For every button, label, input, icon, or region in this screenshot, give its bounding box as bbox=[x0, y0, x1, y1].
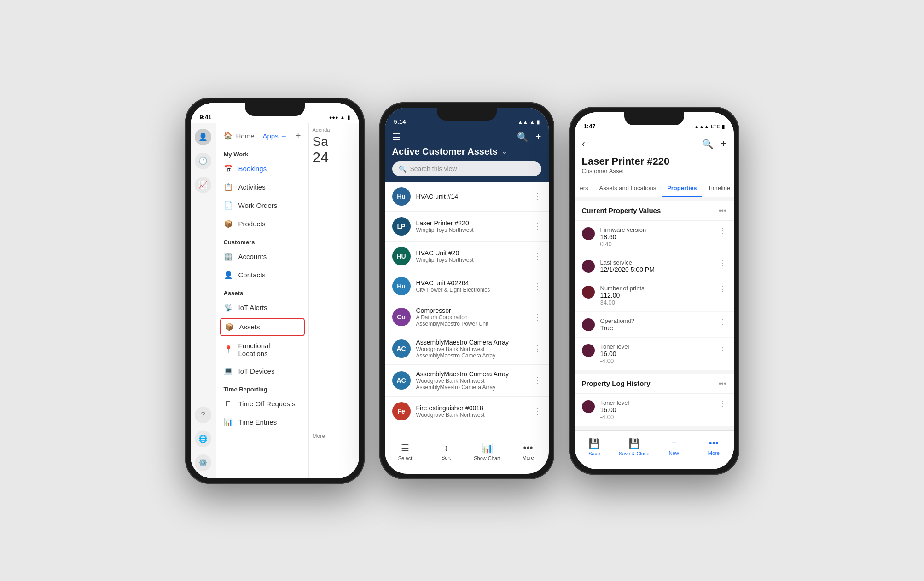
asset-more-0[interactable]: ⋮ bbox=[533, 191, 541, 201]
asset-item-3[interactable]: Hu HVAC unit #02264 City Power & Light E… bbox=[385, 271, 549, 301]
save-close-button[interactable]: 💾 Save & Close bbox=[614, 434, 654, 460]
asset-sub-2: Wingtip Toys Northwest bbox=[416, 257, 528, 263]
property-log-more[interactable]: ••• bbox=[719, 380, 726, 388]
nav-functional-locations[interactable]: 📍 Functional Locations bbox=[216, 337, 308, 362]
nav-time-off[interactable]: 🗓 Time Off Requests bbox=[216, 395, 308, 413]
asset-more-7[interactable]: ⋮ bbox=[533, 406, 541, 416]
prop-label-operational: Operational? bbox=[600, 317, 714, 324]
select-button[interactable]: ☰ Select bbox=[385, 439, 426, 465]
globe-icon[interactable]: 🌐 bbox=[195, 431, 211, 447]
asset-more-1[interactable]: ⋮ bbox=[533, 221, 541, 231]
asset-item-1[interactable]: LP Laser Printer #220 Wingtip Toys North… bbox=[385, 212, 549, 242]
tab-timeline[interactable]: Timeline bbox=[702, 180, 733, 197]
current-properties-more[interactable]: ••• bbox=[719, 207, 726, 215]
sort-label: Sort bbox=[442, 455, 451, 460]
more-button-3[interactable]: ••• More bbox=[694, 434, 734, 460]
tab-properties[interactable]: Properties bbox=[662, 180, 702, 197]
clock-icon[interactable]: 🕐 bbox=[195, 153, 211, 169]
nav-accounts[interactable]: 🏢 Accounts bbox=[216, 247, 308, 266]
asset-avatar-7: Fe bbox=[392, 402, 411, 420]
new-button[interactable]: + New bbox=[654, 434, 694, 460]
asset-item-7[interactable]: Fe Fire extinguisher #0018 Woodgrove Ban… bbox=[385, 397, 549, 426]
prop-prints[interactable]: Number of prints 112.00 34.00 ⋮ bbox=[575, 279, 734, 312]
help-icon[interactable]: ? bbox=[195, 407, 211, 423]
chevron-down-icon[interactable]: ⌄ bbox=[501, 148, 507, 155]
p1-header: 🏠 Home Apps → + bbox=[216, 127, 308, 145]
chart-button[interactable]: 📊 Show Chart bbox=[467, 439, 508, 465]
my-work-section: My Work bbox=[216, 145, 308, 160]
nav-iot-alerts[interactable]: 📡 IoT Alerts bbox=[216, 299, 308, 317]
add-icon-3[interactable]: + bbox=[721, 138, 726, 150]
menu-icon[interactable]: ☰ bbox=[392, 132, 401, 143]
settings-icon[interactable]: ⚙️ bbox=[195, 454, 211, 471]
asset-item-0[interactable]: Hu HVAC unit #14 ⋮ bbox=[385, 182, 549, 212]
current-properties-section: Current Property Values ••• Firmware ver… bbox=[575, 201, 734, 370]
asset-item-4[interactable]: Co Compressor A Datum Corporation Assemb… bbox=[385, 301, 549, 333]
customers-section: Customers bbox=[216, 233, 308, 247]
tab-assets-locations[interactable]: Assets and Locations bbox=[594, 180, 662, 197]
prop-last-service[interactable]: Last service 12/1/2020 5:00 PM ⋮ bbox=[575, 253, 734, 279]
status-icons-1: ●●● ▲ ▮ bbox=[329, 115, 350, 121]
asset-more-2[interactable]: ⋮ bbox=[533, 251, 541, 261]
prop-firmware[interactable]: Firmware version 18.60 0.40 ⋮ bbox=[575, 221, 734, 253]
save-label: Save bbox=[588, 451, 600, 456]
prop-menu-operational[interactable]: ⋮ bbox=[719, 317, 726, 326]
prop-value-firmware: 18.60 bbox=[600, 233, 714, 241]
save-close-icon: 💾 bbox=[628, 438, 640, 449]
nav-products[interactable]: 📦 Products bbox=[216, 215, 308, 233]
prop-menu-service[interactable]: ⋮ bbox=[719, 259, 726, 268]
chart-icon[interactable]: 📈 bbox=[195, 177, 211, 193]
more-button-2[interactable]: ••• More bbox=[508, 439, 549, 465]
add-button[interactable]: + bbox=[296, 131, 301, 141]
save-button[interactable]: 💾 Save bbox=[575, 434, 615, 460]
nav-bookings[interactable]: 📅 Bookings bbox=[216, 160, 308, 178]
search-placeholder: Search this view bbox=[410, 165, 457, 173]
prop-menu-toner[interactable]: ⋮ bbox=[719, 343, 726, 352]
prop-label-firmware: Firmware version bbox=[600, 226, 714, 233]
phone-3: 1:47 ▲▲▲ LTE ▮ ‹ 🔍 + bbox=[569, 107, 739, 475]
asset-more-4[interactable]: ⋮ bbox=[533, 312, 541, 322]
p3-toolbar: 💾 Save 💾 Save & Close + New ••• More bbox=[575, 430, 734, 469]
asset-more-6[interactable]: ⋮ bbox=[533, 375, 541, 385]
iot-alerts-icon: 📡 bbox=[224, 303, 233, 312]
asset-item-5[interactable]: AC AssemblyMaestro Camera Array Woodgrov… bbox=[385, 333, 549, 365]
apps-link[interactable]: Apps → bbox=[262, 132, 287, 140]
asset-item-6[interactable]: AC AssemblyMaestro Camera Array Woodgrov… bbox=[385, 365, 549, 397]
prop-toner[interactable]: Toner level 16.00 -4.00 ⋮ bbox=[575, 338, 734, 370]
tab-others[interactable]: ers bbox=[575, 180, 594, 197]
signal-icon: ●●● bbox=[329, 115, 338, 120]
p1-sidebar: 👤 🕐 📈 ? 🌐 ⚙️ bbox=[191, 123, 216, 478]
avatar-icon[interactable]: 👤 bbox=[195, 129, 211, 145]
add-icon-2[interactable]: + bbox=[536, 132, 541, 143]
home-link[interactable]: 🏠 Home bbox=[224, 132, 255, 140]
asset-item-2[interactable]: HU HVAC Unit #20 Wingtip Toys Northwest … bbox=[385, 242, 549, 271]
asset-more-5[interactable]: ⋮ bbox=[533, 344, 541, 354]
nav-time-entries[interactable]: 📊 Time Entries bbox=[216, 413, 308, 431]
notch-2 bbox=[437, 108, 497, 121]
search-icon-3[interactable]: 🔍 bbox=[702, 138, 714, 150]
log-toner[interactable]: Toner level 16.00 -4.00 ⋮ bbox=[575, 394, 734, 426]
contacts-label: Contacts bbox=[238, 271, 266, 279]
nav-contacts[interactable]: 👤 Contacts bbox=[216, 266, 308, 284]
nav-iot-devices[interactable]: 💻 IoT Devices bbox=[216, 362, 308, 380]
nav-assets[interactable]: 📦 Assets bbox=[220, 318, 305, 336]
back-button[interactable]: ‹ bbox=[582, 138, 585, 150]
prop-menu-prints[interactable]: ⋮ bbox=[719, 285, 726, 293]
sort-button[interactable]: ↕ Sort bbox=[426, 439, 467, 465]
sort-icon: ↕ bbox=[444, 443, 448, 453]
p2-search[interactable]: 🔍 Search this view bbox=[392, 161, 541, 176]
activities-icon: 📋 bbox=[224, 183, 233, 192]
search-icon-list: 🔍 bbox=[399, 165, 407, 173]
log-menu-toner[interactable]: ⋮ bbox=[719, 399, 726, 408]
asset-more-3[interactable]: ⋮ bbox=[533, 281, 541, 291]
prop-text-firmware: Firmware version 18.60 0.40 bbox=[600, 226, 714, 247]
signal-icon-2: ▲▲ bbox=[518, 119, 528, 125]
prop-menu-firmware[interactable]: ⋮ bbox=[719, 226, 726, 235]
search-icon-2[interactable]: 🔍 bbox=[517, 132, 529, 143]
status-icons-3: ▲▲▲ LTE ▮ bbox=[694, 124, 725, 130]
nav-activities[interactable]: 📋 Activities bbox=[216, 178, 308, 196]
nav-work-orders[interactable]: 📄 Work Orders bbox=[216, 196, 308, 215]
prop-operational[interactable]: Operational? True ⋮ bbox=[575, 312, 734, 338]
prop-value-prints: 112.00 bbox=[600, 292, 714, 299]
prop-value-service: 12/1/2020 5:00 PM bbox=[600, 266, 714, 273]
